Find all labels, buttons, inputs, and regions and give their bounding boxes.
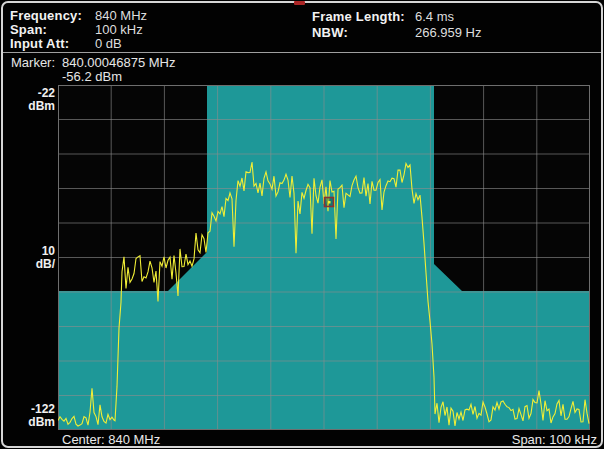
header-right-column: Frame Length: NBW: — [312, 8, 405, 40]
spectrum-plot — [58, 85, 590, 430]
frame-length-value: 6.4 ms — [415, 9, 454, 24]
span-value: 100 kHz — [95, 22, 143, 37]
header-left-column: Frequency: Span: Input Att: — [10, 8, 82, 50]
header-right-values: 6.4 ms 266.959 Hz — [415, 8, 482, 40]
top-border-red-tick — [294, 1, 305, 5]
nbw-label: NBW: — [312, 25, 348, 40]
y-axis-bottom-label: -122dBm — [3, 403, 55, 429]
spectrum-analyzer-screen: Frequency: Span: Input Att: 840 MHz 100 … — [0, 0, 604, 449]
span-label: Span: — [10, 22, 47, 37]
y-axis-scale-label: 10dB/ — [3, 245, 55, 271]
input-att-label: Input Att: — [10, 36, 69, 51]
header-left-values: 840 MHz 100 kHz 0 dB — [95, 8, 147, 50]
y-axis-top-label: -22dBm — [3, 87, 55, 113]
span-annotation: Span: 100 kHz — [512, 433, 597, 446]
marker-frequency: 840.00046875 MHz — [62, 56, 175, 69]
input-att-value: 0 dB — [95, 36, 122, 51]
frequency-label: Frequency: — [10, 8, 82, 23]
nbw-value: 266.959 Hz — [415, 25, 482, 40]
trace-marker-dot — [328, 201, 331, 204]
center-frequency-annotation: Center: 840 MHz — [62, 433, 160, 446]
frequency-value: 840 MHz — [95, 8, 147, 23]
marker-readout: Marker: — [11, 56, 55, 69]
header-separator — [3, 52, 601, 53]
frame-length-label: Frame Length: — [312, 9, 405, 24]
marker-amplitude: -56.2 dBm — [62, 70, 122, 83]
marker-label: Marker: — [11, 55, 55, 70]
